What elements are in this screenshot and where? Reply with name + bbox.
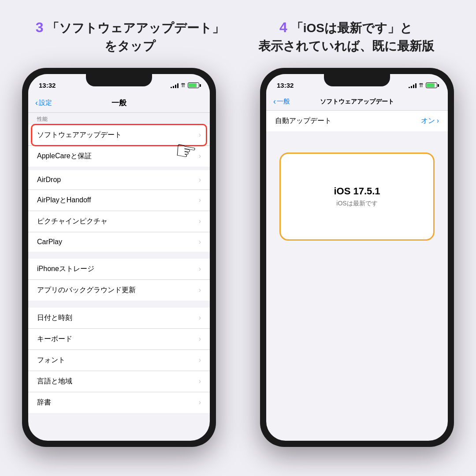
chevron-airplay: › (199, 196, 201, 204)
update-content: 自動アップデート オン › iOS 17.5.1 iOSは最新です (266, 111, 448, 441)
auto-update-value: オン › (421, 116, 439, 126)
step4-text: 4 「iOSは最新です」と表示されていれば、既に最新版 (238, 18, 454, 55)
step3-label: 「ソフトウェアアップデート」をタップ (47, 21, 224, 53)
iphone-left: 13:32 ⇈ (22, 68, 216, 447)
back-arrow-left: ‹ (35, 98, 38, 108)
airplay-item[interactable]: AirPlayとHandoff › (28, 190, 210, 211)
separator-2 (28, 255, 210, 259)
nav-bar-right: ‹ 一般 ソフトウェアアップデート (266, 93, 448, 111)
carplay-item[interactable]: CarPlay › (28, 232, 210, 252)
chevron-storage: › (199, 265, 201, 273)
chevron-applecare: › (199, 152, 201, 160)
chevron-keyboard: › (199, 335, 201, 343)
settings-group-4: 日付と時刻 › キーボード › フォント › 言語と地域 (28, 308, 210, 413)
time-left: 13:32 (39, 82, 56, 89)
fonts-label: フォント (37, 356, 65, 365)
datetime-label: 日付と時刻 (37, 313, 72, 323)
nav-title-right: ソフトウェアアップデート (320, 98, 394, 106)
status-icons-left: ⇈ (171, 82, 199, 89)
chevron-fonts: › (199, 356, 201, 364)
auto-update-label: 自動アップデート (275, 116, 331, 126)
language-label: 言語と地域 (37, 377, 72, 386)
instructions-row: 3 「ソフトウェアアップデート」をタップ 4 「iOSは最新です」と表示されてい… (22, 18, 454, 55)
keyboard-label: キーボード (37, 335, 72, 344)
back-label-left: 設定 (39, 99, 52, 107)
back-label-right: 一般 (277, 97, 290, 106)
phones-row: 13:32 ⇈ (22, 68, 454, 447)
nav-title-left: 一般 (112, 98, 126, 108)
separator-1 (28, 167, 210, 170)
battery-icon-right (426, 82, 437, 88)
pip-label: ピクチャインピクチャ (37, 217, 108, 226)
iphone-right-screen: 13:32 ⇈ (266, 74, 448, 441)
ios-update-box: iOS 17.5.1 iOSは最新です (279, 152, 435, 241)
auto-update-chevron: › (437, 117, 439, 125)
ios-status: iOSは最新です (336, 200, 377, 208)
chevron-update: › (199, 131, 201, 139)
chevron-language: › (199, 377, 201, 385)
software-update-item[interactable]: ソフトウェアアップデート › ☞ (28, 125, 210, 146)
step3-number: 3 (36, 19, 44, 35)
page-container: 3 「ソフトウェアアップデート」をタップ 4 「iOSは最新です」と表示されてい… (0, 0, 476, 476)
battery-icon (188, 82, 199, 88)
bg-refresh-label: アプリのバックグラウンド更新 (37, 286, 136, 295)
wifi-icon: ⇈ (181, 82, 186, 89)
chevron-pip: › (199, 217, 201, 225)
airplay-label: AirPlayとHandoff (37, 196, 91, 205)
chevron-dictionary: › (199, 398, 201, 406)
notch-left (86, 74, 152, 86)
step4-number: 4 (279, 19, 287, 35)
keyboard-item[interactable]: キーボード › (28, 329, 210, 350)
bg-refresh-item[interactable]: アプリのバックグラウンド更新 › (28, 280, 210, 301)
signal-icon (171, 83, 178, 88)
language-item[interactable]: 言語と地域 › (28, 371, 210, 392)
status-icons-right: ⇈ (409, 82, 437, 89)
chevron-datetime: › (199, 314, 201, 322)
nav-bar-left: ‹ 設定 一般 (28, 93, 210, 113)
step4-instruction: 4 「iOSは最新です」と表示されていれば、既に最新版 (238, 18, 454, 55)
settings-group-2: AirDrop › AirPlayとHandoff › ピクチャインピクチャ › (28, 170, 210, 252)
wifi-icon-right: ⇈ (419, 82, 424, 89)
pip-item[interactable]: ピクチャインピクチャ › (28, 211, 210, 232)
section-header: 性能 (28, 113, 210, 125)
signal-icon-right (409, 83, 416, 88)
time-right: 13:32 (277, 82, 294, 89)
settings-left-content: 性能 ソフトウェアアップデート › ☞ AppleC (28, 113, 210, 441)
auto-update-item[interactable]: 自動アップデート オン › (266, 111, 448, 131)
datetime-item[interactable]: 日付と時刻 › (28, 308, 210, 329)
step3-text: 3 「ソフトウェアアップデート」をタップ (22, 18, 238, 55)
back-button-left[interactable]: ‹ 設定 (35, 98, 52, 108)
ios-version: iOS 17.5.1 (334, 186, 380, 197)
iphone-storage-item[interactable]: iPhoneストレージ › (28, 259, 210, 280)
iphone-right: 13:32 ⇈ (260, 68, 454, 447)
chevron-bg: › (199, 286, 201, 294)
notch-right (324, 74, 390, 86)
carplay-label: CarPlay (37, 238, 62, 246)
software-update-label: ソフトウェアアップデート (37, 130, 122, 140)
airdrop-item[interactable]: AirDrop › (28, 170, 210, 190)
back-arrow-right: ‹ (273, 97, 276, 106)
step3-instruction: 3 「ソフトウェアアップデート」をタップ (22, 18, 238, 55)
separator-3 (28, 304, 210, 308)
applecare-item[interactable]: AppleCareと保証 › (28, 146, 210, 167)
dictionary-item[interactable]: 辞書 › (28, 392, 210, 413)
auto-update-on: オン (421, 116, 435, 126)
settings-group-3: iPhoneストレージ › アプリのバックグラウンド更新 › (28, 259, 210, 301)
auto-update-section: 自動アップデート オン › (266, 111, 448, 131)
chevron-carplay: › (199, 238, 201, 246)
applecare-label: AppleCareと保証 (37, 152, 92, 161)
iphone-left-screen: 13:32 ⇈ (28, 74, 210, 441)
chevron-airdrop: › (199, 176, 201, 184)
fonts-item[interactable]: フォント › (28, 350, 210, 371)
settings-group-1: ソフトウェアアップデート › ☞ AppleCareと保証 › (28, 125, 210, 167)
back-button-right[interactable]: ‹ 一般 (273, 97, 290, 106)
airdrop-label: AirDrop (37, 176, 61, 184)
dictionary-label: 辞書 (37, 398, 51, 407)
iphone-storage-label: iPhoneストレージ (37, 264, 94, 274)
